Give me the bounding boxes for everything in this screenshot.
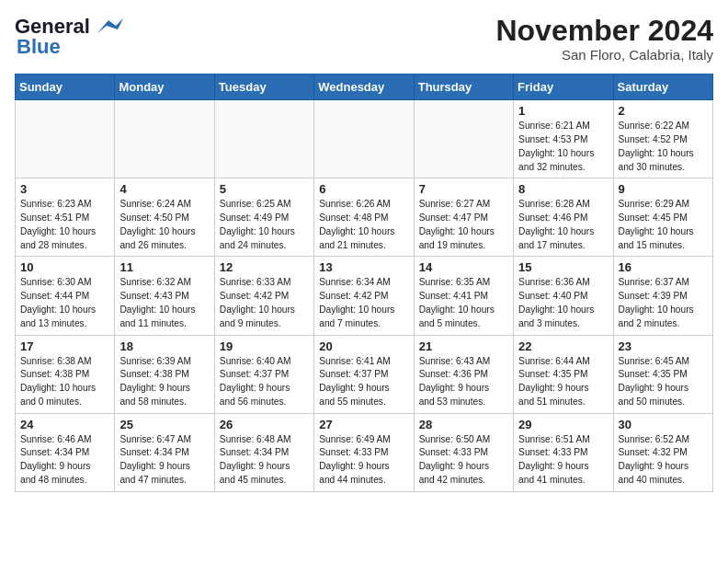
month-title: November 2024 <box>495 15 713 47</box>
calendar-cell: 26Sunrise: 6:48 AMSunset: 4:34 PMDayligh… <box>214 413 313 491</box>
day-info: Sunrise: 6:51 AMSunset: 4:33 PMDaylight:… <box>518 433 608 488</box>
day-number: 25 <box>119 418 209 431</box>
logo: General Blue <box>15 15 123 59</box>
calendar-cell: 30Sunrise: 6:52 AMSunset: 4:32 PMDayligh… <box>613 413 712 491</box>
day-number: 10 <box>20 260 109 274</box>
day-number: 26 <box>220 418 309 431</box>
calendar-cell <box>414 100 513 178</box>
calendar-cell: 9Sunrise: 6:29 AMSunset: 4:45 PMDaylight… <box>613 178 712 257</box>
svg-marker-0 <box>97 18 123 33</box>
calendar-cell: 20Sunrise: 6:41 AMSunset: 4:37 PMDayligh… <box>314 335 414 413</box>
calendar-cell: 2Sunrise: 6:22 AMSunset: 4:52 PMDaylight… <box>613 100 712 178</box>
calendar-cell: 22Sunrise: 6:44 AMSunset: 4:35 PMDayligh… <box>514 335 613 413</box>
calendar-cell <box>16 100 115 178</box>
day-info: Sunrise: 6:29 AMSunset: 4:45 PMDaylight:… <box>619 198 708 252</box>
calendar-cell: 15Sunrise: 6:36 AMSunset: 4:40 PMDayligh… <box>514 257 613 335</box>
calendar-cell: 17Sunrise: 6:38 AMSunset: 4:38 PMDayligh… <box>16 335 115 413</box>
calendar-cell: 18Sunrise: 6:39 AMSunset: 4:38 PMDayligh… <box>115 335 214 413</box>
page: General Blue November 2024 San Floro, Ca… <box>0 0 728 507</box>
day-number: 2 <box>619 104 708 118</box>
day-info: Sunrise: 6:25 AMSunset: 4:49 PMDaylight:… <box>220 198 309 252</box>
day-number: 18 <box>119 339 209 353</box>
day-info: Sunrise: 6:27 AMSunset: 4:47 PMDaylight:… <box>419 198 508 252</box>
day-info: Sunrise: 6:46 AMSunset: 4:34 PMDaylight:… <box>20 433 109 488</box>
day-number: 22 <box>518 339 608 353</box>
calendar-table: SundayMondayTuesdayWednesdayThursdayFrid… <box>15 74 713 492</box>
day-number: 15 <box>518 260 608 274</box>
logo-bird-icon <box>90 17 123 37</box>
day-number: 20 <box>319 339 408 353</box>
calendar-cell <box>214 100 313 178</box>
calendar-cell: 14Sunrise: 6:35 AMSunset: 4:41 PMDayligh… <box>414 257 513 335</box>
day-info: Sunrise: 6:47 AMSunset: 4:34 PMDaylight:… <box>119 433 209 488</box>
day-number: 17 <box>20 339 109 353</box>
calendar-cell: 27Sunrise: 6:49 AMSunset: 4:33 PMDayligh… <box>314 413 414 491</box>
calendar-cell: 19Sunrise: 6:40 AMSunset: 4:37 PMDayligh… <box>214 335 313 413</box>
day-info: Sunrise: 6:38 AMSunset: 4:38 PMDaylight:… <box>20 355 109 409</box>
weekday-header-wednesday: Wednesday <box>314 75 414 100</box>
day-number: 6 <box>319 182 408 196</box>
day-number: 9 <box>619 182 708 196</box>
day-info: Sunrise: 6:22 AMSunset: 4:52 PMDaylight:… <box>619 120 708 174</box>
header: General Blue November 2024 San Floro, Ca… <box>15 15 713 63</box>
day-info: Sunrise: 6:36 AMSunset: 4:40 PMDaylight:… <box>518 276 608 330</box>
calendar-cell: 16Sunrise: 6:37 AMSunset: 4:39 PMDayligh… <box>613 257 712 335</box>
day-number: 7 <box>419 182 508 196</box>
weekday-header-tuesday: Tuesday <box>214 75 313 100</box>
day-number: 23 <box>619 339 708 353</box>
calendar-cell: 21Sunrise: 6:43 AMSunset: 4:36 PMDayligh… <box>414 335 513 413</box>
day-info: Sunrise: 6:30 AMSunset: 4:44 PMDaylight:… <box>20 276 109 330</box>
calendar-cell: 5Sunrise: 6:25 AMSunset: 4:49 PMDaylight… <box>214 178 313 257</box>
day-number: 29 <box>518 418 608 431</box>
day-number: 21 <box>419 339 508 353</box>
day-info: Sunrise: 6:26 AMSunset: 4:48 PMDaylight:… <box>319 198 408 252</box>
day-number: 28 <box>419 418 508 431</box>
day-info: Sunrise: 6:50 AMSunset: 4:33 PMDaylight:… <box>419 433 508 488</box>
weekday-header-saturday: Saturday <box>613 75 712 100</box>
day-info: Sunrise: 6:41 AMSunset: 4:37 PMDaylight:… <box>319 355 408 409</box>
calendar-cell <box>314 100 414 178</box>
day-number: 8 <box>518 182 608 196</box>
calendar-cell: 28Sunrise: 6:50 AMSunset: 4:33 PMDayligh… <box>414 413 513 491</box>
day-info: Sunrise: 6:21 AMSunset: 4:53 PMDaylight:… <box>518 120 608 174</box>
day-info: Sunrise: 6:49 AMSunset: 4:33 PMDaylight:… <box>319 433 408 488</box>
weekday-header-monday: Monday <box>115 75 214 100</box>
day-info: Sunrise: 6:48 AMSunset: 4:34 PMDaylight:… <box>220 433 309 488</box>
day-number: 4 <box>119 182 209 196</box>
calendar-cell: 7Sunrise: 6:27 AMSunset: 4:47 PMDaylight… <box>414 178 513 257</box>
day-number: 1 <box>518 104 608 118</box>
day-number: 13 <box>319 260 408 274</box>
day-number: 19 <box>220 339 309 353</box>
calendar-cell: 8Sunrise: 6:28 AMSunset: 4:46 PMDaylight… <box>514 178 613 257</box>
calendar-cell: 25Sunrise: 6:47 AMSunset: 4:34 PMDayligh… <box>115 413 214 491</box>
day-info: Sunrise: 6:43 AMSunset: 4:36 PMDaylight:… <box>419 355 508 409</box>
day-number: 30 <box>619 418 708 431</box>
calendar-cell: 13Sunrise: 6:34 AMSunset: 4:42 PMDayligh… <box>314 257 414 335</box>
day-info: Sunrise: 6:52 AMSunset: 4:32 PMDaylight:… <box>619 433 708 488</box>
location: San Floro, Calabria, Italy <box>495 47 713 63</box>
calendar-cell: 11Sunrise: 6:32 AMSunset: 4:43 PMDayligh… <box>115 257 214 335</box>
day-number: 27 <box>319 418 408 431</box>
day-info: Sunrise: 6:44 AMSunset: 4:35 PMDaylight:… <box>518 355 608 409</box>
day-info: Sunrise: 6:34 AMSunset: 4:42 PMDaylight:… <box>319 276 408 330</box>
day-info: Sunrise: 6:23 AMSunset: 4:51 PMDaylight:… <box>20 198 109 252</box>
day-info: Sunrise: 6:35 AMSunset: 4:41 PMDaylight:… <box>419 276 508 330</box>
calendar-cell: 23Sunrise: 6:45 AMSunset: 4:35 PMDayligh… <box>613 335 712 413</box>
calendar-cell: 12Sunrise: 6:33 AMSunset: 4:42 PMDayligh… <box>214 257 313 335</box>
calendar-cell <box>115 100 214 178</box>
weekday-header-friday: Friday <box>514 75 613 100</box>
day-number: 12 <box>220 260 309 274</box>
day-number: 24 <box>20 418 109 431</box>
calendar-cell: 1Sunrise: 6:21 AMSunset: 4:53 PMDaylight… <box>514 100 613 178</box>
day-info: Sunrise: 6:45 AMSunset: 4:35 PMDaylight:… <box>619 355 708 409</box>
calendar-cell: 24Sunrise: 6:46 AMSunset: 4:34 PMDayligh… <box>16 413 115 491</box>
calendar-cell: 4Sunrise: 6:24 AMSunset: 4:50 PMDaylight… <box>115 178 214 257</box>
logo-blue: Blue <box>17 35 61 59</box>
calendar-cell: 29Sunrise: 6:51 AMSunset: 4:33 PMDayligh… <box>514 413 613 491</box>
day-info: Sunrise: 6:37 AMSunset: 4:39 PMDaylight:… <box>619 276 708 330</box>
day-info: Sunrise: 6:28 AMSunset: 4:46 PMDaylight:… <box>518 198 608 252</box>
day-number: 5 <box>220 182 309 196</box>
day-number: 3 <box>20 182 109 196</box>
day-info: Sunrise: 6:33 AMSunset: 4:42 PMDaylight:… <box>220 276 309 330</box>
calendar-cell: 3Sunrise: 6:23 AMSunset: 4:51 PMDaylight… <box>16 178 115 257</box>
